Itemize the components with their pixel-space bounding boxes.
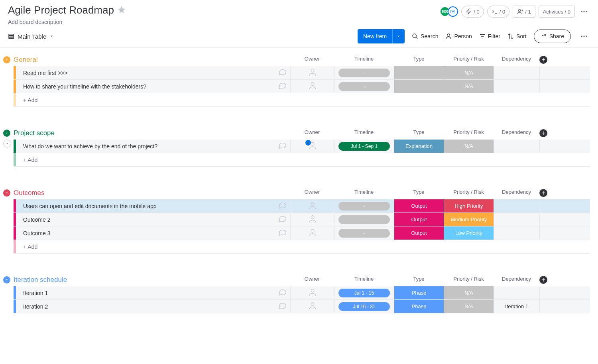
type-cell[interactable]: [394, 80, 444, 93]
owner-icon[interactable]: [308, 287, 317, 298]
owner-icon[interactable]: [308, 214, 317, 225]
column-dependency[interactable]: Dependency: [494, 129, 539, 137]
item-name-cell[interactable]: Outcome 2: [16, 213, 290, 226]
dependency-cell[interactable]: [494, 66, 539, 79]
type-cell[interactable]: Output: [394, 213, 444, 226]
type-cell[interactable]: Output: [394, 199, 444, 212]
column-priority[interactable]: Priority / Risk: [444, 129, 494, 137]
owner-icon[interactable]: [308, 301, 317, 312]
conversation-icon[interactable]: [278, 68, 287, 78]
view-selector[interactable]: Main Table: [8, 33, 54, 40]
add-column-button[interactable]: +: [539, 56, 547, 64]
item-name-cell[interactable]: Users can open and edit documents in the…: [16, 199, 290, 212]
group-title[interactable]: General: [14, 56, 37, 64]
priority-cell[interactable]: N/A: [444, 80, 494, 93]
filter-button[interactable]: Filter: [479, 33, 500, 39]
column-type[interactable]: Type: [394, 129, 444, 137]
timeline-cell[interactable]: Jul 1 - 15: [334, 286, 394, 299]
column-type[interactable]: Type: [394, 189, 444, 197]
owner-cell[interactable]: [290, 80, 334, 93]
column-owner[interactable]: Owner: [290, 56, 334, 64]
table-row[interactable]: How to share your timeline with the stak…: [14, 80, 590, 93]
members-pill[interactable]: / 1: [513, 6, 535, 18]
add-column-button[interactable]: +: [539, 189, 547, 197]
group-collapse-icon[interactable]: [3, 189, 10, 197]
dependency-cell[interactable]: [494, 226, 539, 240]
conversation-icon[interactable]: [278, 288, 287, 298]
type-cell[interactable]: Phase: [394, 300, 444, 313]
owner-cell[interactable]: [290, 300, 334, 313]
column-type[interactable]: Type: [394, 276, 444, 284]
owner-icon[interactable]: [308, 67, 317, 78]
priority-cell[interactable]: Low Priority: [444, 226, 494, 240]
timeline-cell[interactable]: Jul 16 - 31: [334, 300, 394, 313]
sort-button[interactable]: Sort: [508, 33, 527, 39]
conversation-icon[interactable]: [278, 228, 287, 238]
automation-pill[interactable]: / 0: [461, 6, 484, 18]
column-priority[interactable]: Priority / Risk: [444, 189, 494, 197]
board-description[interactable]: Add board description: [8, 19, 126, 25]
conversation-icon[interactable]: [278, 301, 287, 311]
dependency-cell[interactable]: Iteration 1: [494, 300, 539, 313]
owner-cell[interactable]: [290, 213, 334, 226]
group-collapse-icon[interactable]: [3, 276, 10, 283]
timeline-cell[interactable]: Jul 1 - Sep 1: [334, 140, 394, 153]
owner-cell[interactable]: [290, 66, 334, 79]
add-column-button[interactable]: +: [539, 276, 547, 284]
timeline-cell[interactable]: -: [334, 213, 394, 226]
type-cell[interactable]: Output: [394, 226, 444, 240]
owner-cell[interactable]: [290, 226, 334, 240]
priority-cell[interactable]: Medium Priority: [444, 213, 494, 226]
new-item-dropdown[interactable]: [392, 29, 405, 43]
item-name-cell[interactable]: How to share your timeline with the stak…: [16, 80, 290, 93]
column-timeline[interactable]: Timeline: [334, 276, 394, 284]
owner-icon[interactable]: [308, 201, 317, 211]
dependency-cell[interactable]: [494, 213, 539, 226]
conversation-icon[interactable]: [278, 81, 287, 91]
toolbar-menu-icon[interactable]: [578, 30, 590, 42]
item-name-cell[interactable]: What do we want to achieve by the end of…: [16, 140, 290, 153]
favorite-star-icon[interactable]: [117, 5, 126, 15]
column-timeline[interactable]: Timeline: [334, 189, 394, 197]
group-collapse-icon[interactable]: [3, 56, 10, 63]
owner-icon[interactable]: [308, 228, 317, 238]
person-filter-button[interactable]: Person: [445, 33, 472, 39]
table-row[interactable]: Users can open and edit documents in the…: [14, 199, 590, 213]
activities-pill[interactable]: Activities / 0: [539, 6, 575, 18]
group-title[interactable]: Iteration schedule: [14, 276, 67, 284]
integration-pill[interactable]: / 0: [487, 6, 509, 18]
board-menu-icon[interactable]: [578, 6, 590, 18]
timeline-cell[interactable]: -: [334, 226, 394, 240]
priority-cell[interactable]: N/A: [444, 300, 494, 313]
dependency-cell[interactable]: [494, 199, 539, 212]
add-column-button[interactable]: +: [539, 129, 547, 137]
column-timeline[interactable]: Timeline: [334, 129, 394, 137]
priority-cell[interactable]: N/A: [444, 286, 494, 299]
table-row[interactable]: Read me first >>>-N/A: [14, 66, 590, 80]
column-priority[interactable]: Priority / Risk: [444, 56, 494, 64]
add-item-row[interactable]: + Add: [14, 93, 590, 107]
search-button[interactable]: Search: [412, 33, 438, 39]
priority-cell[interactable]: High Priority: [444, 199, 494, 212]
dependency-cell[interactable]: [494, 286, 539, 299]
table-row[interactable]: What do we want to achieve by the end of…: [14, 140, 590, 153]
table-row[interactable]: Outcome 3-OutputLow Priority: [14, 226, 590, 240]
type-cell[interactable]: Explanation: [394, 140, 444, 153]
timeline-cell[interactable]: -: [334, 199, 394, 212]
table-row[interactable]: Iteration 1Jul 1 - 15PhaseN/A: [14, 286, 590, 300]
owner-cell[interactable]: [290, 286, 334, 299]
conversation-icon[interactable]: [278, 141, 287, 151]
column-type[interactable]: Type: [394, 56, 444, 64]
item-name-cell[interactable]: Iteration 2: [16, 300, 290, 313]
owner-cell[interactable]: [290, 199, 334, 212]
dependency-cell[interactable]: [494, 80, 539, 93]
table-row[interactable]: Iteration 2Jul 16 - 31PhaseN/AIteration …: [14, 300, 590, 313]
priority-cell[interactable]: N/A: [444, 140, 494, 153]
conversation-icon[interactable]: [278, 214, 287, 224]
board-title[interactable]: Agile Project Roadmap: [8, 4, 114, 16]
owner-icon[interactable]: [308, 81, 317, 92]
group-title[interactable]: Project scope: [14, 129, 55, 137]
avatar-stack[interactable]: BS: [442, 6, 458, 17]
item-name-cell[interactable]: Read me first >>>: [16, 66, 290, 79]
column-dependency[interactable]: Dependency: [494, 276, 539, 284]
